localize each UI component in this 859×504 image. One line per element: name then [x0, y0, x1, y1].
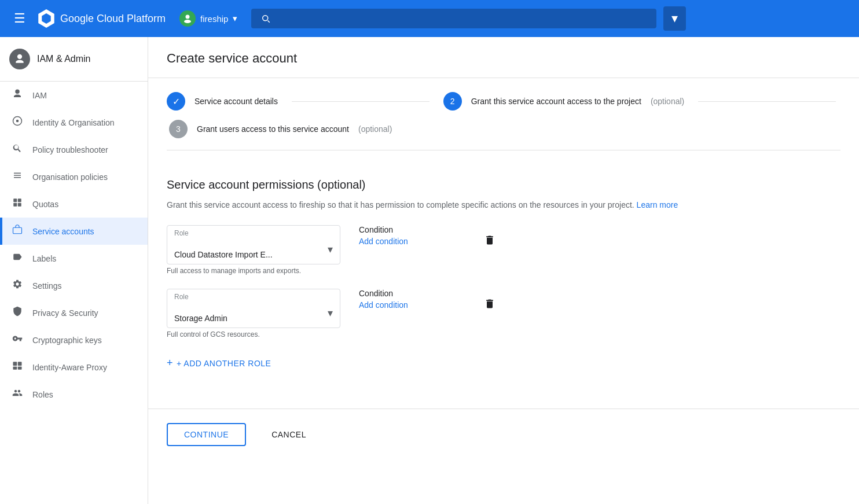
svg-rect-9 — [13, 362, 17, 366]
nav-dropdown-button[interactable]: ▾ — [663, 6, 686, 31]
svg-rect-6 — [13, 203, 17, 207]
identity-org-icon — [12, 116, 23, 129]
role-dropdown-arrow-1: ▾ — [328, 243, 333, 256]
svg-rect-12 — [18, 367, 22, 370]
svg-rect-5 — [18, 198, 21, 202]
sidebar-header-title: IAM & Admin — [37, 54, 90, 64]
hamburger-menu-icon[interactable]: ☰ — [9, 6, 30, 31]
sidebar-item-privacy-security[interactable]: Privacy & Security — [0, 299, 148, 326]
page-title: Create service account — [167, 51, 840, 66]
step3-label: Grant users access to this service accou… — [197, 124, 349, 134]
quotas-icon — [12, 197, 23, 211]
role-value-2: Storage Admin — [174, 314, 227, 323]
project-name: fireship — [200, 14, 228, 24]
step-connector-1 — [292, 101, 429, 102]
role-field-label-2: Role — [174, 293, 189, 301]
condition-area-2: Condition Add condition — [359, 289, 463, 310]
stepper-row-3: 3 Grant users access to this service acc… — [167, 120, 840, 138]
sidebar-label-roles: Roles — [32, 390, 53, 399]
top-navigation: ☰ Google Cloud Platform fireship ▾ ▾ — [0, 0, 859, 37]
org-policies-icon — [12, 170, 23, 183]
sidebar-item-roles[interactable]: Roles — [0, 381, 148, 408]
step2-number: 2 — [450, 97, 455, 106]
search-icon — [260, 13, 271, 24]
permissions-description: Grant this service account access to fir… — [167, 198, 840, 211]
page-header: Create service account — [148, 37, 859, 78]
sidebar-label-org-policies: Organisation policies — [32, 172, 108, 182]
svg-point-3 — [16, 120, 19, 123]
sidebar-item-identity-aware-proxy[interactable]: Identity-Aware Proxy — [0, 354, 148, 381]
project-avatar — [179, 10, 196, 27]
permissions-title: Service account permissions (optional) — [167, 178, 840, 192]
step2-optional: (optional) — [651, 97, 684, 106]
search-input[interactable] — [276, 14, 647, 24]
main-content: Create service account ✓ Service account… — [148, 37, 859, 504]
continue-button[interactable]: CONTINUE — [167, 423, 246, 446]
page-layout: IAM & Admin IAM Identity & Organisation … — [0, 37, 859, 504]
identity-aware-proxy-icon — [12, 360, 23, 374]
step3-circle: 3 — [169, 120, 188, 138]
learn-more-link[interactable]: Learn more — [637, 200, 678, 209]
svg-rect-10 — [18, 362, 22, 366]
divider-1 — [167, 150, 840, 150]
iam-icon — [12, 89, 23, 102]
sidebar-item-iam[interactable]: IAM — [0, 82, 148, 109]
add-another-role-button[interactable]: + + ADD ANOTHER ROLE — [167, 352, 271, 374]
role-row-2: Role Storage Admin ▾ Full control of GCS… — [167, 289, 840, 348]
sidebar-label-cryptographic-keys: Cryptographic keys — [32, 336, 102, 345]
divider-bottom — [148, 409, 859, 409]
project-dropdown-icon: ▾ — [233, 13, 237, 24]
action-buttons: CONTINUE CANCEL — [148, 423, 859, 465]
sidebar-item-policy-troubleshooter[interactable]: Policy troubleshooter — [0, 136, 148, 163]
cancel-button[interactable]: CANCEL — [255, 424, 322, 445]
project-selector[interactable]: fireship ▾ — [172, 7, 244, 30]
sidebar-item-org-policies[interactable]: Organisation policies — [0, 163, 148, 190]
sidebar-item-identity-org[interactable]: Identity & Organisation — [0, 109, 148, 136]
delete-role-button-1[interactable] — [482, 232, 498, 251]
condition-label-1: Condition — [359, 225, 463, 234]
sidebar-item-settings[interactable]: Settings — [0, 272, 148, 299]
sidebar-item-labels[interactable]: Labels — [0, 245, 148, 272]
sidebar-label-identity-aware-proxy: Identity-Aware Proxy — [32, 363, 107, 372]
sidebar: IAM & Admin IAM Identity & Organisation … — [0, 37, 148, 504]
role-dropdown-arrow-2: ▾ — [328, 307, 333, 319]
add-condition-link-1[interactable]: Add condition — [359, 237, 463, 246]
service-accounts-icon — [12, 225, 23, 238]
stepper: ✓ Service account details 2 Grant this s… — [148, 78, 859, 138]
permissions-section: Service account permissions (optional) G… — [148, 162, 859, 409]
sidebar-label-identity-org: Identity & Organisation — [32, 118, 115, 127]
sidebar-label-quotas: Quotas — [32, 200, 58, 209]
sidebar-item-cryptographic-keys[interactable]: Cryptographic keys — [0, 326, 148, 354]
svg-point-1 — [184, 20, 191, 23]
add-role-label: + ADD ANOTHER ROLE — [177, 359, 271, 368]
privacy-security-icon — [12, 306, 23, 319]
roles-icon — [12, 388, 23, 401]
step2-circle: 2 — [443, 92, 462, 111]
sidebar-label-labels: Labels — [32, 254, 56, 263]
brand-title: Google Cloud Platform — [60, 13, 166, 25]
step1-checkmark: ✓ — [172, 96, 180, 107]
add-role-icon: + — [167, 357, 173, 369]
settings-icon — [12, 279, 23, 292]
role-row-1: Role Cloud Datastore Import E... ▾ Full … — [167, 225, 840, 284]
sidebar-item-service-accounts[interactable]: Service accounts — [0, 218, 148, 245]
step-connector-2 — [698, 101, 836, 102]
logo-hexagon — [37, 9, 56, 28]
sidebar-label-privacy-security: Privacy & Security — [32, 308, 98, 318]
step1-circle: ✓ — [167, 92, 185, 111]
iam-admin-icon — [9, 49, 30, 69]
sidebar-label-iam: IAM — [32, 91, 47, 100]
svg-rect-4 — [13, 198, 17, 202]
cryptographic-keys-icon — [12, 333, 23, 347]
svg-point-0 — [186, 15, 190, 19]
add-condition-link-2[interactable]: Add condition — [359, 300, 463, 310]
svg-rect-8 — [13, 227, 22, 234]
role-description-2: Full control of GCS resources. — [167, 330, 340, 339]
delete-role-button-2[interactable] — [482, 296, 498, 315]
sidebar-item-quotas[interactable]: Quotas — [0, 190, 148, 218]
role-select-2[interactable]: Role Storage Admin ▾ — [167, 289, 340, 328]
role-select-1[interactable]: Role Cloud Datastore Import E... ▾ — [167, 225, 340, 264]
svg-rect-11 — [13, 367, 17, 370]
sidebar-label-policy-troubleshooter: Policy troubleshooter — [32, 145, 108, 154]
search-bar[interactable] — [251, 9, 656, 28]
